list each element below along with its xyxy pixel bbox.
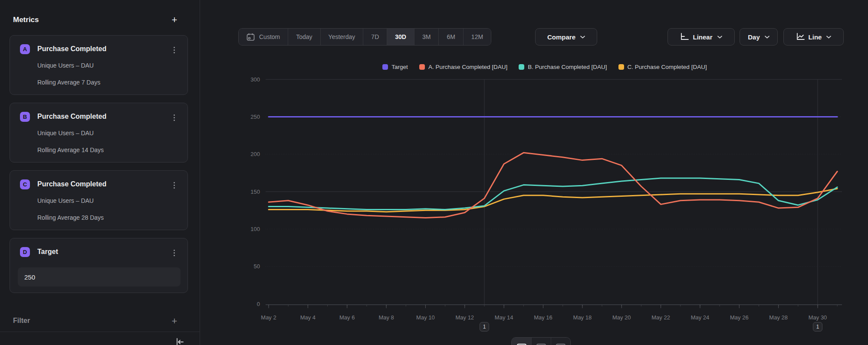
sidebar-bottom-divider xyxy=(0,332,200,332)
metric-measure: Unique Users – DAU xyxy=(37,62,94,69)
range-30d-button[interactable]: 30D xyxy=(387,29,414,45)
metric-transform: Rolling Average 28 Days xyxy=(37,214,104,221)
metric-measure: Unique Users – DAU xyxy=(37,197,94,204)
metric-chip-c: C xyxy=(20,179,30,189)
date-range-segmented-control: Custom Today Yesterday 7D 30D 3M 6M 12M xyxy=(238,28,491,46)
kebab-menu-icon[interactable] xyxy=(169,247,179,258)
metric-title: Purchase Completed xyxy=(37,180,106,188)
kebab-menu-icon[interactable] xyxy=(169,112,179,123)
interval-label: Day xyxy=(748,33,760,41)
metric-title: Purchase Completed xyxy=(37,45,106,53)
legend-item-c[interactable]: C. Purchase Completed [DAU] xyxy=(618,64,707,70)
metric-chip-b: B xyxy=(20,112,30,122)
legend-swatch xyxy=(382,64,388,70)
range-yesterday-button[interactable]: Yesterday xyxy=(320,29,363,45)
axis-icon xyxy=(680,33,689,41)
range-6m-button[interactable]: 6M xyxy=(438,29,463,45)
sidebar-divider xyxy=(200,0,200,345)
svg-text:100: 100 xyxy=(250,226,260,232)
svg-text:May 2: May 2 xyxy=(261,314,276,321)
svg-text:200: 200 xyxy=(250,151,260,157)
svg-text:300: 300 xyxy=(250,76,260,83)
metric-card-b[interactable]: B Purchase Completed Unique Users – DAU … xyxy=(10,103,188,163)
metric-card-a[interactable]: A Purchase Completed Unique Users – DAU … xyxy=(10,35,188,95)
range-12m-button[interactable]: 12M xyxy=(463,29,491,45)
chevron-down-icon xyxy=(826,36,831,39)
legend-label: B. Purchase Completed [DAU] xyxy=(528,64,607,70)
svg-text:May 16: May 16 xyxy=(534,314,552,321)
chevron-down-icon xyxy=(580,36,585,39)
svg-text:May 8: May 8 xyxy=(378,314,394,321)
view-table-button[interactable] xyxy=(551,338,570,345)
add-metric-button[interactable]: + xyxy=(168,13,181,27)
svg-text:May 26: May 26 xyxy=(730,314,749,321)
legend-label: Target xyxy=(391,64,408,70)
svg-text:0: 0 xyxy=(257,301,260,307)
collapse-sidebar-icon[interactable] xyxy=(173,337,186,345)
chevron-down-icon xyxy=(717,36,722,39)
metric-transform: Rolling Average 7 Days xyxy=(37,79,100,86)
scale-dropdown[interactable]: Linear xyxy=(667,28,735,46)
metric-measure: Unique Users – DAU xyxy=(37,130,94,137)
svg-text:May 24: May 24 xyxy=(691,314,710,321)
svg-text:May 20: May 20 xyxy=(612,314,631,321)
svg-text:May 28: May 28 xyxy=(769,314,788,321)
kebab-menu-icon[interactable] xyxy=(169,180,179,190)
legend-item-a[interactable]: A. Purchase Completed [DAU] xyxy=(419,64,507,70)
interval-dropdown[interactable]: Day xyxy=(740,28,778,46)
range-3m-button[interactable]: 3M xyxy=(414,29,438,45)
svg-text:250: 250 xyxy=(250,114,260,120)
range-7d-button[interactable]: 7D xyxy=(363,29,387,45)
svg-text:May 22: May 22 xyxy=(651,314,670,321)
legend-label: A. Purchase Completed [DAU] xyxy=(428,64,507,70)
range-today-button[interactable]: Today xyxy=(288,29,320,45)
legend-item-b[interactable]: B. Purchase Completed [DAU] xyxy=(519,64,607,70)
metric-chip-a: A xyxy=(20,44,30,54)
svg-text:May 10: May 10 xyxy=(416,314,435,321)
legend-label: C. Purchase Completed [DAU] xyxy=(628,64,707,70)
metrics-sidebar: Metrics + A Purchase Completed Unique Us… xyxy=(0,0,200,345)
compare-button[interactable]: Compare xyxy=(535,28,597,46)
kebab-menu-icon[interactable] xyxy=(169,45,179,55)
legend-swatch xyxy=(419,64,425,70)
view-chart-table-button[interactable] xyxy=(531,338,551,345)
view-chart-button[interactable] xyxy=(512,338,531,345)
metrics-header: Metrics xyxy=(13,16,39,24)
annotation-badge[interactable]: 1 xyxy=(813,322,822,332)
calendar-icon xyxy=(247,33,255,41)
target-title: Target xyxy=(37,248,58,256)
target-value-input[interactable] xyxy=(18,267,181,286)
svg-text:150: 150 xyxy=(250,189,260,195)
svg-text:May 14: May 14 xyxy=(495,314,513,321)
svg-text:May 4: May 4 xyxy=(300,314,316,321)
legend-item-target[interactable]: Target xyxy=(382,64,408,70)
range-label: Custom xyxy=(259,33,280,40)
scale-label: Linear xyxy=(693,33,712,41)
metric-transform: Rolling Average 14 Days xyxy=(37,146,104,153)
chart-type-label: Line xyxy=(809,33,822,41)
svg-text:May 18: May 18 xyxy=(573,314,592,321)
chart-legend: Target A. Purchase Completed [DAU] B. Pu… xyxy=(243,64,846,70)
filter-header: Filter xyxy=(13,317,30,325)
target-card[interactable]: D Target xyxy=(10,238,188,293)
svg-text:May 6: May 6 xyxy=(339,314,355,321)
svg-text:50: 50 xyxy=(254,263,260,270)
legend-swatch xyxy=(618,64,624,70)
view-toggle-segmented-control xyxy=(511,337,571,345)
add-filter-button[interactable]: + xyxy=(168,314,181,328)
chart-type-dropdown[interactable]: Line xyxy=(783,28,844,46)
legend-swatch xyxy=(519,64,524,70)
annotation-badge[interactable]: 1 xyxy=(480,322,489,332)
range-custom-button[interactable]: Custom xyxy=(239,29,288,45)
line-chart-icon xyxy=(796,33,805,41)
chevron-down-icon xyxy=(765,36,769,39)
app-window: Metrics + A Purchase Completed Unique Us… xyxy=(0,0,868,345)
svg-text:May 30: May 30 xyxy=(809,314,827,321)
metric-title: Purchase Completed xyxy=(37,113,106,120)
metric-card-c[interactable]: C Purchase Completed Unique Users – DAU … xyxy=(10,170,188,230)
svg-text:May 12: May 12 xyxy=(455,314,474,321)
compare-label: Compare xyxy=(547,33,575,41)
metric-chip-d: D xyxy=(20,247,30,257)
